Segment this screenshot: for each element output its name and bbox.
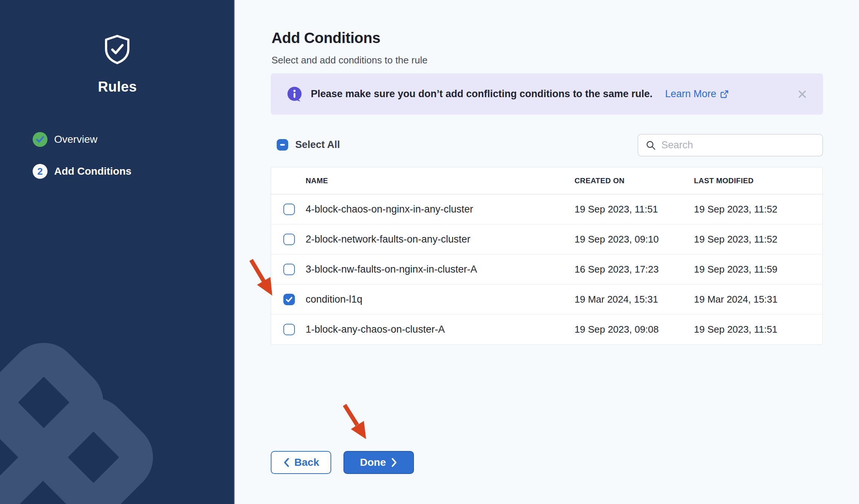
row-checkbox[interactable] bbox=[283, 204, 295, 215]
page-subtitle: Select and add conditions to the rule bbox=[271, 55, 428, 66]
column-header-name: NAME bbox=[306, 177, 575, 185]
condition-name: 1-block-any-chaos-on-cluster-A bbox=[306, 324, 575, 335]
select-all-label: Select All bbox=[295, 139, 340, 151]
back-button[interactable]: Back bbox=[271, 451, 331, 474]
search-icon bbox=[646, 140, 656, 150]
last-modified-value: 19 Mar 2024, 15:31 bbox=[694, 294, 822, 305]
table-row[interactable]: condition-l1q 19 Mar 2024, 15:31 19 Mar … bbox=[271, 284, 822, 314]
step-label: Overview bbox=[54, 134, 98, 145]
brand-watermark bbox=[0, 315, 234, 504]
step-number-badge: 2 bbox=[33, 164, 47, 179]
sidebar-step-overview[interactable]: Overview bbox=[33, 132, 98, 147]
table-row[interactable]: 2-block-network-faults-on-any-cluster 19… bbox=[271, 224, 822, 254]
search-box bbox=[638, 134, 823, 157]
created-on-value: 19 Sep 2023, 11:51 bbox=[575, 204, 694, 215]
sidebar: Rules Overview 2 Add Conditions bbox=[0, 0, 235, 504]
created-on-value: 19 Sep 2023, 09:08 bbox=[575, 324, 694, 335]
created-on-value: 19 Mar 2024, 15:31 bbox=[575, 294, 694, 305]
step-completed-icon bbox=[33, 132, 47, 147]
condition-name: 3-block-nw-faults-on-nginx-in-cluster-A bbox=[306, 264, 575, 275]
table-row[interactable]: 3-block-nw-faults-on-nginx-in-cluster-A … bbox=[271, 254, 822, 284]
table-row[interactable]: 1-block-any-chaos-on-cluster-A 19 Sep 20… bbox=[271, 314, 822, 345]
close-banner-icon[interactable] bbox=[791, 73, 813, 115]
sidebar-step-add-conditions[interactable]: 2 Add Conditions bbox=[33, 164, 131, 179]
condition-name: 2-block-network-faults-on-any-cluster bbox=[306, 234, 575, 245]
condition-name: condition-l1q bbox=[306, 294, 575, 305]
chevron-left-icon bbox=[283, 458, 290, 467]
created-on-value: 16 Sep 2023, 17:23 bbox=[575, 264, 694, 275]
column-header-created-on: CREATED ON bbox=[575, 177, 694, 185]
shield-check-icon bbox=[103, 34, 131, 65]
table-row[interactable]: 4-block-chaos-on-nginx-in-any-cluster 19… bbox=[271, 194, 822, 224]
search-input[interactable] bbox=[661, 139, 813, 151]
column-header-last-modified: LAST MODIFIED bbox=[694, 177, 822, 185]
red-arrow-to-checkbox bbox=[251, 260, 272, 296]
red-arrow-to-done-button bbox=[345, 405, 366, 439]
row-checkbox[interactable] bbox=[283, 234, 295, 245]
add-conditions-page: Rules Overview 2 Add Conditions Add Cond… bbox=[0, 0, 859, 504]
row-checkbox[interactable] bbox=[283, 324, 295, 335]
table-body: 4-block-chaos-on-nginx-in-any-cluster 19… bbox=[271, 194, 822, 345]
last-modified-value: 19 Sep 2023, 11:52 bbox=[694, 204, 822, 215]
done-button[interactable]: Done bbox=[343, 451, 414, 474]
info-icon bbox=[287, 86, 303, 102]
condition-name: 4-block-chaos-on-nginx-in-any-cluster bbox=[306, 204, 575, 215]
chevron-right-icon bbox=[391, 458, 398, 467]
select-all-checkbox[interactable] bbox=[277, 139, 288, 151]
conditions-table: NAME CREATED ON LAST MODIFIED 4-block-ch… bbox=[271, 167, 823, 345]
banner-message: Please make sure you don’t add conflicti… bbox=[311, 88, 652, 100]
last-modified-value: 19 Sep 2023, 11:51 bbox=[694, 324, 822, 335]
last-modified-value: 19 Sep 2023, 11:59 bbox=[694, 264, 822, 275]
done-button-label: Done bbox=[360, 457, 386, 468]
back-button-label: Back bbox=[294, 457, 319, 468]
table-header-row: NAME CREATED ON LAST MODIFIED bbox=[271, 167, 822, 194]
row-checkbox[interactable] bbox=[283, 294, 295, 305]
select-all-control[interactable]: Select All bbox=[277, 139, 340, 151]
last-modified-value: 19 Sep 2023, 11:52 bbox=[694, 234, 822, 245]
page-title: Add Conditions bbox=[271, 30, 381, 46]
row-checkbox[interactable] bbox=[283, 264, 295, 275]
external-link-icon bbox=[720, 90, 729, 99]
info-banner: Please make sure you don’t add conflicti… bbox=[271, 73, 823, 115]
wizard-title: Rules bbox=[0, 79, 235, 95]
step-label: Add Conditions bbox=[54, 165, 131, 177]
learn-more-link[interactable]: Learn More bbox=[665, 88, 729, 100]
created-on-value: 19 Sep 2023, 09:10 bbox=[575, 234, 694, 245]
